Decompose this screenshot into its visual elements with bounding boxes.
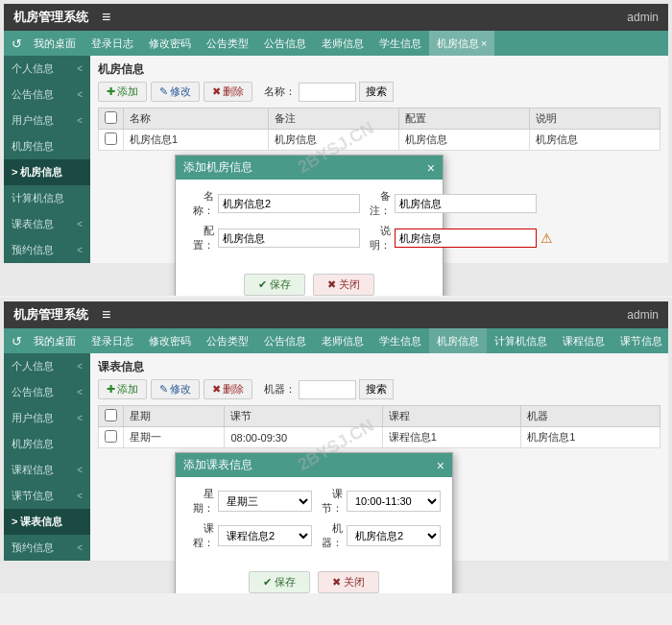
td1-config: 机房信息 <box>398 130 529 151</box>
sidebar1-schedule[interactable]: 课表信息 < <box>4 211 90 237</box>
sidebar1-announce-label: 公告信息 <box>12 87 54 102</box>
modal2-select-course[interactable]: 课程信息2 <box>218 525 312 546</box>
modal1-input-remark[interactable] <box>395 194 537 213</box>
sidebar1-user-label: 用户信息 <box>12 113 54 128</box>
delete-button2[interactable]: ✖ 删除 <box>204 379 252 399</box>
sidebar1-computer[interactable]: 计算机信息 <box>4 185 90 211</box>
tab1-ann[interactable]: 公告信息 <box>256 31 314 56</box>
tab1-room[interactable]: 机房信息 × <box>429 31 494 56</box>
tab2-ann[interactable]: 公告信息 <box>256 328 314 353</box>
modal1-save-label: 保存 <box>270 277 291 292</box>
modal2-label-machine: 机器： <box>316 521 343 550</box>
add-button2[interactable]: ✚ 添加 <box>98 379 147 399</box>
tab2-course[interactable]: 课程信息 <box>555 328 612 353</box>
content1-title: 机房信息 <box>98 61 660 78</box>
header2: 机房管理系统 ≡ admin <box>4 301 668 328</box>
modal2-close[interactable]: × <box>437 458 444 473</box>
tab1-teacher[interactable]: 老师信息 <box>314 31 372 56</box>
sidebar2-booking-arrow: < <box>77 542 83 553</box>
search-label1: 名称： <box>264 84 296 99</box>
delete-button1[interactable]: ✖ 删除 <box>204 82 252 102</box>
sidebar2-user[interactable]: 用户信息 < <box>4 405 90 431</box>
nav-tabs2: ↺ 我的桌面 登录日志 修改密码 公告类型 公告信息 老师信息 学生信息 机房信… <box>4 328 668 353</box>
modal2-save-button[interactable]: ✔ 保存 <box>249 571 310 593</box>
modal2-save-label: 保存 <box>275 575 296 589</box>
search-input2[interactable] <box>299 380 356 399</box>
sidebar1-personal[interactable]: 个人信息 < <box>4 56 90 82</box>
sidebar1-booking[interactable]: 预约信息 < <box>4 237 90 263</box>
td2-course: 课程信息1 <box>382 427 521 448</box>
sidebar2-schedule-active[interactable]: > 课表信息 <box>4 509 90 535</box>
modal1-input-name[interactable] <box>218 194 360 213</box>
sidebar1-announce[interactable]: 公告信息 < <box>4 82 90 108</box>
tab2-anntype[interactable]: 公告类型 <box>199 328 256 353</box>
search-area1: 名称： 搜索 <box>264 82 394 102</box>
modal1-save-button[interactable]: ✔ 保存 <box>244 274 305 296</box>
sidebar1-schedule-arrow: < <box>77 219 83 229</box>
sidebar1-personal-arrow: < <box>77 63 83 74</box>
row2-check1[interactable] <box>105 430 117 443</box>
tab2-teacher[interactable]: 老师信息 <box>314 328 372 353</box>
modal2-select-lesson[interactable]: 10:00-11:30 <box>347 491 441 512</box>
sidebar2-course-arrow: < <box>77 465 83 475</box>
sidebar1-room-active[interactable]: > 机房信息 <box>4 159 90 185</box>
sidebar1-schedule-label: 课表信息 <box>12 217 54 231</box>
modal2-select-weekday[interactable]: 星期三 <box>218 491 312 512</box>
tab1-anntype[interactable]: 公告类型 <box>199 31 256 56</box>
tab2-session[interactable]: 课节信息 <box>612 328 668 353</box>
search-button1[interactable]: 搜索 <box>359 82 394 102</box>
modal2-cancel-label: 关闭 <box>344 575 365 589</box>
nav-refresh2[interactable]: ↺ <box>8 334 26 349</box>
modal2-select-machine[interactable]: 机房信息2 <box>347 525 441 546</box>
modal1-input-desc[interactable] <box>395 228 537 248</box>
tab1-log[interactable]: 登录日志 <box>84 31 141 56</box>
modal-area1: 添加机房信息 × 名称： 备注： 配置： 说明： <box>98 151 660 237</box>
modal2-title: 添加课表信息 <box>183 457 252 473</box>
sidebar1-user[interactable]: 用户信息 < <box>4 108 90 133</box>
admin-label1: admin <box>627 11 659 24</box>
search-button2[interactable]: 搜索 <box>359 379 394 399</box>
sidebar1-booking-label: 预约信息 <box>12 243 54 257</box>
check-all2[interactable] <box>105 409 117 421</box>
menu-icon2[interactable]: ≡ <box>102 306 110 324</box>
modal1-cancel-button[interactable]: ✖ 关闭 <box>313 274 374 296</box>
warning-icon1: ⚠ <box>540 230 553 246</box>
sidebar2-session-label: 课节信息 <box>12 489 54 503</box>
modal1-header: 添加机房信息 × <box>176 156 443 180</box>
edit-button1[interactable]: ✎ 修改 <box>151 82 200 102</box>
nav-refresh1[interactable]: ↺ <box>8 36 26 51</box>
section2: 2BYSJ.CN 机房管理系统 ≡ admin ↺ 我的桌面 登录日志 修改密码… <box>0 298 672 593</box>
modal1-input-config[interactable] <box>218 228 360 248</box>
modal2-save-icon: ✔ <box>263 576 272 589</box>
tab2-room[interactable]: 机房信息 <box>429 328 487 353</box>
row1-check1[interactable] <box>105 132 117 145</box>
tab2-home[interactable]: 我的桌面 <box>26 328 84 353</box>
edit-label2: 修改 <box>170 382 191 397</box>
tab2-computer[interactable]: 计算机信息 <box>487 328 555 353</box>
sidebar2-personal-label: 个人信息 <box>12 359 54 373</box>
modal2-cancel-button[interactable]: ✖ 关闭 <box>318 571 379 593</box>
sidebar2-booking[interactable]: 预约信息 < <box>4 535 90 561</box>
sidebar2-personal[interactable]: 个人信息 < <box>4 353 90 379</box>
tab2-pwd[interactable]: 修改密码 <box>141 328 199 353</box>
edit-button2[interactable]: ✎ 修改 <box>151 379 200 399</box>
tab1-home[interactable]: 我的桌面 <box>26 31 84 56</box>
tab2-log[interactable]: 登录日志 <box>84 328 141 353</box>
delete-icon2: ✖ <box>212 383 221 396</box>
sidebar1-room-parent[interactable]: 机房信息 <box>4 133 90 159</box>
sidebar1-room-parent-label: 机房信息 <box>12 139 54 154</box>
tab1-student[interactable]: 学生信息 <box>372 31 429 56</box>
add-button1[interactable]: ✚ 添加 <box>98 82 147 102</box>
sidebar2-course[interactable]: 课程信息 < <box>4 457 90 483</box>
sidebar2-announce[interactable]: 公告信息 < <box>4 379 90 405</box>
search-input1[interactable] <box>299 83 356 102</box>
sidebar2-room[interactable]: 机房信息 <box>4 431 90 457</box>
tab2-student[interactable]: 学生信息 <box>372 328 429 353</box>
admin-label2: admin <box>627 308 659 322</box>
sidebar1-room-active-label: > 机房信息 <box>12 165 62 180</box>
tab1-pwd[interactable]: 修改密码 <box>141 31 199 56</box>
sidebar2-session[interactable]: 课节信息 < <box>4 483 90 509</box>
menu-icon1[interactable]: ≡ <box>102 9 110 26</box>
check-all1[interactable] <box>105 111 117 124</box>
modal1-close[interactable]: × <box>427 160 435 176</box>
